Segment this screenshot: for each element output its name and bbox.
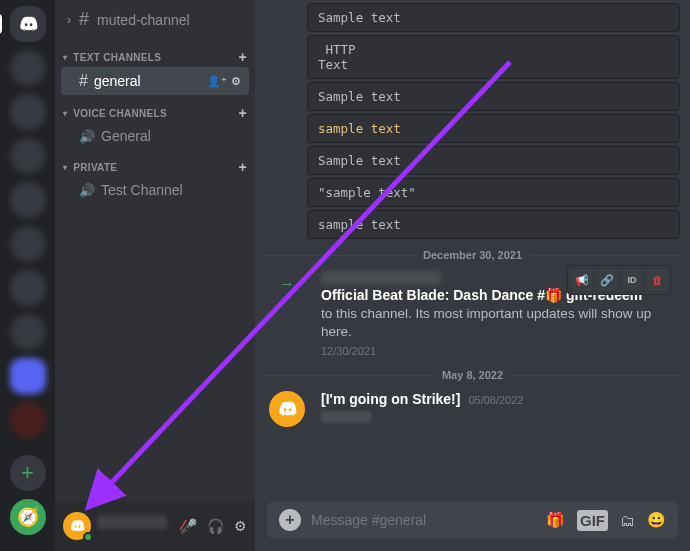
create-channel-button[interactable]: + [239, 105, 247, 121]
category-label: VOICE CHANNELS [73, 108, 232, 119]
code-block: Sample text [307, 146, 680, 175]
guild-item[interactable] [10, 402, 46, 438]
chevron-right-icon: › [67, 13, 71, 27]
plus-icon: + [21, 462, 34, 484]
chevron-down-icon: ▾ [63, 163, 67, 172]
guild-item[interactable] [10, 182, 46, 218]
user-name[interactable] [97, 515, 174, 537]
message-avatar[interactable] [269, 391, 305, 427]
code-block: HTTP Text [307, 35, 680, 79]
user-panel: 🎤⁄ 🎧 ⚙ [55, 501, 255, 551]
status-online-icon [83, 532, 93, 542]
message-body: to this channel. Its most important upda… [321, 305, 680, 341]
date-divider: May 8, 2022 [265, 369, 680, 381]
channel-label: General [101, 128, 241, 144]
date-divider: December 30, 2021 [265, 249, 680, 261]
gear-icon[interactable]: ⚙ [231, 75, 241, 88]
explore-servers-button[interactable]: 🧭 [10, 499, 46, 535]
category-header-private[interactable]: ▾ PRIVATE + [55, 149, 255, 177]
user-avatar[interactable] [63, 512, 91, 540]
message-timestamp: 12/30/2021 [321, 345, 680, 357]
category-label: PRIVATE [73, 162, 232, 173]
date-label: December 30, 2021 [423, 249, 522, 261]
channel-general[interactable]: # general 👤⁺ ⚙ [61, 67, 249, 95]
main-chat: Sample text HTTP Text Sample text sample… [255, 0, 690, 551]
chevron-down-icon: ▾ [63, 53, 67, 62]
message-composer: + Message #general 🎁 GIF 🗂 😀 [267, 501, 678, 539]
user-settings-button[interactable]: ⚙ [234, 518, 247, 534]
invite-icon[interactable]: 👤⁺ [207, 75, 227, 88]
category-label: TEXT CHANNELS [73, 52, 232, 63]
guild-item[interactable] [10, 50, 46, 86]
message-hover-toolbar: 📢 🔗 ID 🗑 [567, 265, 672, 295]
channel-test-channel[interactable]: 🔊 Test Channel [61, 177, 249, 203]
channel-voice-general[interactable]: 🔊 General [61, 123, 249, 149]
channel-sidebar: › # muted-channel ▾ TEXT CHANNELS + # ge… [55, 0, 255, 551]
copy-id-button[interactable]: ID [621, 269, 643, 291]
guild-item[interactable] [10, 314, 46, 350]
chevron-down-icon: ▾ [63, 109, 67, 118]
speaker-icon: 🔊 [79, 183, 95, 198]
category-header-text[interactable]: ▾ TEXT CHANNELS + [55, 39, 255, 67]
create-channel-button[interactable]: + [239, 49, 247, 65]
create-channel-button[interactable]: + [239, 159, 247, 175]
arrow-right-icon: → [279, 275, 295, 357]
guild-item[interactable] [10, 358, 46, 394]
guild-item[interactable] [10, 270, 46, 306]
message-content [321, 411, 371, 423]
hash-icon: # [79, 9, 89, 30]
code-block: sample text [307, 114, 680, 143]
guild-item[interactable] [10, 94, 46, 130]
gift-button[interactable]: 🎁 [546, 511, 565, 529]
author-name [321, 271, 441, 285]
hash-icon: # [79, 72, 88, 90]
copy-link-button[interactable]: 🔗 [596, 269, 618, 291]
delete-button[interactable]: 🗑 [646, 269, 668, 291]
code-block: "sample text" [307, 178, 680, 207]
message-author[interactable]: [I'm going on Strike!] [321, 391, 460, 407]
guild-rail: + 🧭 [0, 0, 55, 551]
gif-button[interactable]: GIF [577, 510, 608, 531]
speaker-icon: 🔊 [79, 129, 95, 144]
code-block: sample text [307, 210, 680, 239]
muted-channel-label: muted-channel [97, 12, 190, 28]
message-timestamp: 05/08/2022 [468, 394, 523, 406]
muted-channel-row[interactable]: › # muted-channel [55, 0, 255, 39]
system-message[interactable]: 📢 🔗 ID 🗑 → Official Beat Blade: Dash Dan… [265, 267, 680, 359]
guild-item[interactable] [10, 138, 46, 174]
deafen-button[interactable]: 🎧 [207, 518, 224, 534]
mute-mic-button[interactable]: 🎤⁄ [180, 518, 197, 534]
category-header-voice[interactable]: ▾ VOICE CHANNELS + [55, 95, 255, 123]
message[interactable]: [I'm going on Strike!] 05/08/2022 [265, 387, 680, 429]
guild-home[interactable] [10, 6, 46, 42]
message-input[interactable]: Message #general [311, 512, 536, 528]
compass-icon: 🧭 [17, 506, 39, 528]
code-block: Sample text [307, 3, 680, 32]
channel-label: general [94, 73, 201, 89]
message-list: Sample text HTTP Text Sample text sample… [255, 0, 690, 501]
date-label: May 8, 2022 [442, 369, 503, 381]
add-server-button[interactable]: + [10, 455, 46, 491]
channel-label: Test Channel [101, 182, 241, 198]
guild-item[interactable] [10, 226, 46, 262]
code-block: Sample text [307, 82, 680, 111]
speak-button[interactable]: 📢 [571, 269, 593, 291]
gift-icon: 🎁 [545, 287, 562, 303]
attach-button[interactable]: + [279, 509, 301, 531]
emoji-button[interactable]: 😀 [647, 511, 666, 529]
sticker-button[interactable]: 🗂 [620, 512, 635, 529]
